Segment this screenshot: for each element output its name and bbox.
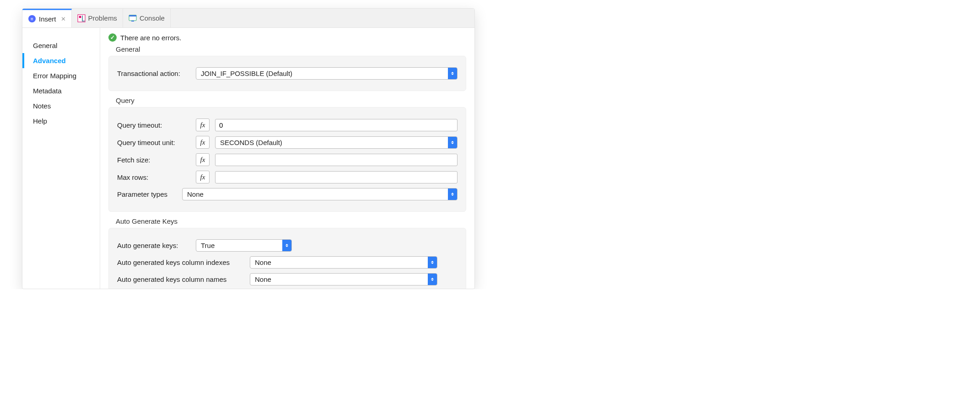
fetch-size-label: Fetch size:: [117, 156, 190, 164]
problems-icon: [77, 14, 86, 22]
sidebar-item-help[interactable]: Help: [22, 113, 100, 129]
svg-point-1: [79, 16, 81, 18]
query-timeout-label: Query timeout:: [117, 121, 190, 129]
console-icon: [129, 14, 137, 22]
transactional-action-select[interactable]: JOIN_IF_POSSIBLE (Default): [196, 67, 458, 80]
fetch-size-input[interactable]: [215, 154, 458, 166]
sidebar-item-label: Help: [33, 117, 47, 125]
column-names-select[interactable]: None: [250, 273, 437, 285]
parameter-types-select[interactable]: None: [182, 188, 458, 200]
query-timeout-unit-label: Query timeout unit:: [117, 139, 190, 146]
insert-icon: ≡: [28, 15, 36, 23]
sidebar: General Advanced Error Mapping Metadata …: [22, 28, 100, 289]
sidebar-item-metadata[interactable]: Metadata: [22, 83, 100, 98]
select-value: JOIN_IF_POSSIBLE (Default): [201, 70, 292, 77]
svg-rect-6: [131, 21, 134, 22]
status-message: There are no errors.: [120, 34, 181, 42]
svg-rect-2: [82, 16, 83, 21]
check-icon: ✓: [108, 33, 117, 42]
chevron-updown-icon: [428, 274, 437, 285]
sidebar-item-error-mapping[interactable]: Error Mapping: [22, 68, 100, 83]
tab-insert[interactable]: ≡ Insert ✕: [22, 9, 72, 27]
select-value: SECONDS (Default): [220, 139, 282, 146]
column-indexes-select[interactable]: None: [250, 256, 437, 269]
auto-generate-keys-select[interactable]: True: [196, 239, 292, 252]
panel-autokeys: Auto generate keys: True Auto generated …: [108, 228, 466, 289]
body: General Advanced Error Mapping Metadata …: [22, 28, 474, 289]
svg-rect-5: [129, 15, 136, 16]
query-timeout-unit-select[interactable]: SECONDS (Default): [215, 136, 458, 149]
fx-button[interactable]: fx: [196, 118, 210, 131]
tab-label: Console: [140, 14, 165, 22]
tab-label: Insert: [39, 15, 56, 23]
select-value: None: [255, 275, 271, 283]
chevron-updown-icon: [448, 188, 457, 200]
status-row: ✓ There are no errors.: [108, 33, 466, 42]
panel-general: Transactional action: JOIN_IF_POSSIBLE (…: [108, 56, 466, 91]
auto-generate-keys-label: Auto generate keys:: [117, 242, 190, 249]
close-icon[interactable]: ✕: [61, 16, 66, 22]
sidebar-item-label: Error Mapping: [33, 72, 76, 80]
sidebar-item-advanced[interactable]: Advanced: [22, 53, 100, 68]
max-rows-label: Max rows:: [117, 173, 190, 181]
chevron-updown-icon: [448, 68, 457, 79]
select-value: None: [255, 258, 271, 266]
transactional-action-label: Transactional action:: [117, 70, 190, 77]
svg-rect-3: [82, 21, 85, 22]
parameter-types-label: Parameter types: [117, 190, 177, 198]
select-value: True: [201, 242, 215, 249]
max-rows-input[interactable]: [215, 171, 458, 183]
tab-label: Problems: [88, 14, 117, 22]
section-title-query: Query: [116, 97, 466, 104]
chevron-updown-icon: [448, 137, 457, 148]
content-pane: ✓ There are no errors. General Transacti…: [100, 28, 474, 289]
panel-query: Query timeout: fx Query timeout unit: fx…: [108, 107, 466, 212]
fx-button[interactable]: fx: [196, 153, 210, 166]
chevron-updown-icon: [282, 240, 291, 251]
config-window: ≡ Insert ✕ Problems Console General Adva…: [22, 8, 475, 289]
column-names-label: Auto generated keys column names: [117, 275, 244, 283]
sidebar-item-general[interactable]: General: [22, 38, 100, 53]
query-timeout-input[interactable]: [215, 119, 458, 131]
tab-bar: ≡ Insert ✕ Problems Console: [22, 9, 474, 28]
tab-console[interactable]: Console: [123, 9, 171, 27]
sidebar-item-label: Advanced: [33, 57, 66, 65]
fx-button[interactable]: fx: [196, 171, 210, 183]
sidebar-item-label: General: [33, 42, 57, 49]
fx-button[interactable]: fx: [196, 136, 210, 149]
sidebar-item-notes[interactable]: Notes: [22, 98, 100, 113]
section-title-general: General: [116, 45, 466, 53]
section-title-autokeys: Auto Generate Keys: [116, 217, 466, 225]
tab-problems[interactable]: Problems: [72, 9, 123, 27]
sidebar-item-label: Notes: [33, 102, 51, 110]
sidebar-item-label: Metadata: [33, 87, 62, 95]
chevron-updown-icon: [428, 257, 437, 268]
select-value: None: [187, 190, 204, 198]
column-indexes-label: Auto generated keys column indexes: [117, 258, 244, 266]
